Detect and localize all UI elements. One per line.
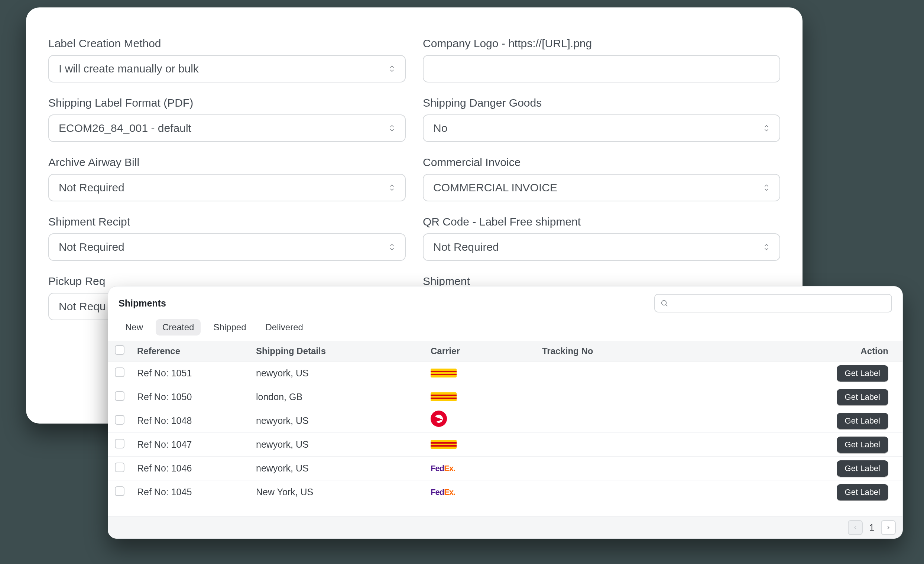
- pager-next-button[interactable]: [881, 520, 896, 535]
- th-details: Shipping Details: [256, 346, 430, 356]
- row-checkbox[interactable]: [115, 368, 124, 377]
- field-label: Label Creation Method: [48, 37, 406, 50]
- chevron-updown-icon: [388, 124, 395, 132]
- settings-field: Label Creation MethodI will create manua…: [48, 37, 406, 82]
- settings-field: Shipping Danger GoodsNo: [423, 97, 780, 142]
- table-row: Ref No: 1048newyork, USGet Label: [108, 409, 903, 433]
- cell-reference: Ref No: 1047: [137, 439, 256, 450]
- select-value: COMMERCIAL INVOICE: [433, 181, 557, 194]
- shipments-title: Shipments: [118, 298, 166, 309]
- cell-details: newyork, US: [256, 463, 430, 474]
- select-input[interactable]: ECOM26_84_001 - default: [48, 114, 406, 142]
- select-value: Not Requ: [59, 300, 106, 313]
- select-value: No: [433, 122, 447, 135]
- select-input[interactable]: No: [423, 114, 780, 142]
- pager-prev-button[interactable]: [848, 520, 863, 535]
- cell-reference: Ref No: 1045: [137, 487, 256, 498]
- th-tracking: Tracking No: [542, 346, 750, 356]
- settings-field: Shipment ReciptNot Required: [48, 216, 406, 261]
- pager: 1: [108, 516, 903, 538]
- cell-details: newyork, US: [256, 368, 430, 379]
- select-value: I will create manually or bulk: [59, 62, 199, 75]
- tab-created[interactable]: Created: [156, 319, 201, 336]
- tab-new[interactable]: New: [118, 319, 150, 336]
- select-input[interactable]: I will create manually or bulk: [48, 55, 406, 82]
- cell-details: New York, US: [256, 487, 430, 498]
- cell-carrier: FedEx.: [430, 462, 542, 475]
- shipments-search[interactable]: [654, 294, 892, 312]
- row-checkbox[interactable]: [115, 391, 124, 401]
- select-input[interactable]: Not Required: [48, 233, 406, 261]
- shipments-tabs: NewCreatedShippedDelivered: [108, 315, 903, 341]
- field-label: Pickup Req: [48, 275, 406, 288]
- text-input[interactable]: [423, 55, 780, 82]
- cell-details: london, GB: [256, 392, 430, 402]
- carrier-fedex-icon: FedEx.: [430, 462, 455, 475]
- row-checkbox[interactable]: [115, 463, 124, 472]
- table-row: Ref No: 1046newyork, USFedEx.Get Label: [108, 457, 903, 480]
- settings-field: QR Code - Label Free shipmentNot Require…: [423, 216, 780, 261]
- cell-details: newyork, US: [256, 416, 430, 426]
- tab-shipped[interactable]: Shipped: [207, 319, 253, 336]
- settings-field: Company Logo - https://[URL].png: [423, 37, 780, 82]
- settings-field: Commercial InvoiceCOMMERCIAL INVOICE: [423, 156, 780, 201]
- carrier-dhl-icon: [430, 390, 457, 403]
- table-header: Reference Shipping Details Carrier Track…: [108, 341, 903, 362]
- svg-line-1: [666, 304, 667, 306]
- field-label: QR Code - Label Free shipment: [423, 216, 780, 228]
- carrier-dhl-icon: [430, 438, 457, 451]
- chevron-updown-icon: [763, 183, 770, 192]
- field-label: Archive Airway Bill: [48, 156, 406, 169]
- svg-point-0: [662, 301, 666, 305]
- carrier-canadapost-icon: [430, 412, 447, 425]
- table-row: Ref No: 1045New York, USFedEx.Get Label: [108, 480, 903, 504]
- cell-carrier: FedEx.: [430, 486, 542, 499]
- cell-carrier: [430, 390, 542, 404]
- cell-reference: Ref No: 1046: [137, 463, 256, 474]
- row-checkbox[interactable]: [115, 439, 124, 448]
- row-checkbox[interactable]: [115, 486, 124, 496]
- field-label: Shipment Recipt: [48, 216, 406, 228]
- cell-carrier: [430, 367, 542, 380]
- field-label: Company Logo - https://[URL].png: [423, 37, 780, 50]
- table-row: Ref No: 1051newyork, USGet Label: [108, 362, 903, 385]
- th-action: Action: [750, 346, 896, 356]
- chevron-updown-icon: [388, 64, 395, 73]
- field-label: Shipping Label Format (PDF): [48, 97, 406, 109]
- select-value: Not Required: [59, 181, 124, 194]
- th-carrier: Carrier: [430, 346, 542, 356]
- select-value: ECOM26_84_001 - default: [59, 122, 191, 135]
- chevron-updown-icon: [388, 183, 395, 192]
- get-label-button[interactable]: Get Label: [837, 365, 888, 382]
- cell-reference: Ref No: 1051: [137, 368, 256, 379]
- cell-reference: Ref No: 1048: [137, 416, 256, 426]
- carrier-fedex-icon: FedEx.: [430, 486, 455, 499]
- field-label: Shipping Danger Goods: [423, 97, 780, 109]
- field-label: Shipment: [423, 275, 780, 288]
- get-label-button[interactable]: Get Label: [837, 389, 888, 405]
- search-input[interactable]: [672, 295, 886, 312]
- table-row: Ref No: 1050london, GBGet Label: [108, 385, 903, 409]
- select-input[interactable]: Not Required: [423, 233, 780, 261]
- text-input-field[interactable]: [433, 56, 770, 82]
- get-label-button[interactable]: Get Label: [837, 413, 888, 429]
- search-icon: [660, 299, 668, 307]
- get-label-button[interactable]: Get Label: [837, 436, 888, 453]
- th-reference: Reference: [137, 346, 256, 356]
- tab-delivered[interactable]: Delivered: [259, 319, 309, 336]
- pager-current-page: 1: [866, 522, 878, 533]
- select-input[interactable]: COMMERCIAL INVOICE: [423, 174, 780, 201]
- select-all-checkbox[interactable]: [115, 345, 124, 355]
- row-checkbox[interactable]: [115, 415, 124, 424]
- field-label: Commercial Invoice: [423, 156, 780, 169]
- shipments-panel: Shipments NewCreatedShippedDelivered Ref…: [108, 286, 903, 539]
- chevron-updown-icon: [763, 124, 770, 132]
- select-input[interactable]: Not Required: [48, 174, 406, 201]
- chevron-updown-icon: [388, 243, 395, 251]
- get-label-button[interactable]: Get Label: [837, 460, 888, 477]
- carrier-dhl-icon: [430, 367, 457, 380]
- settings-field: Archive Airway BillNot Required: [48, 156, 406, 201]
- get-label-button[interactable]: Get Label: [837, 484, 888, 501]
- settings-field: Shipping Label Format (PDF)ECOM26_84_001…: [48, 97, 406, 142]
- select-value: Not Required: [59, 241, 124, 254]
